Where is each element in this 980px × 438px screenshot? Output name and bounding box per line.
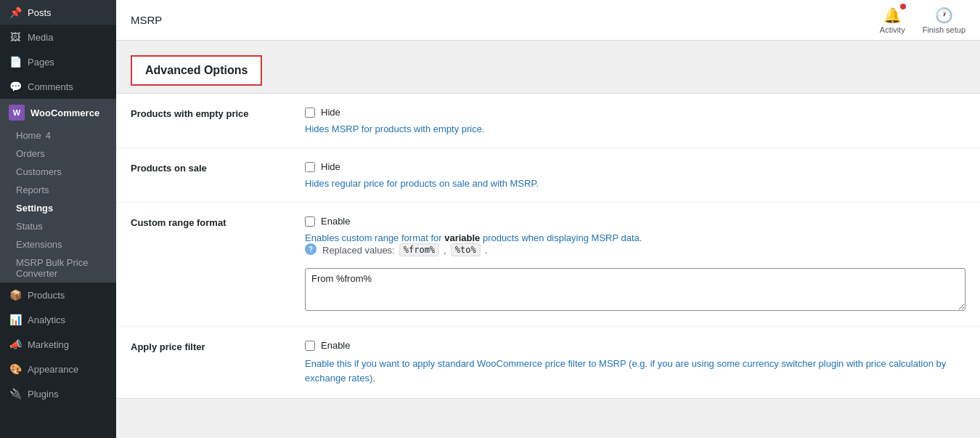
row-apply-price-filter: Apply price filter Enable Enable this if… <box>116 327 980 398</box>
plugins-icon: 🔌 <box>9 387 22 400</box>
question-icon[interactable]: ? <box>305 243 317 255</box>
sidebar-item-reports[interactable]: Reports <box>0 181 116 199</box>
woo-icon: W <box>9 105 25 121</box>
control-custom-range-format: Enable Enables custom range format for v… <box>305 216 965 313</box>
sidebar-item-orders[interactable]: Orders <box>0 145 116 163</box>
checkbox-apply-price-filter[interactable] <box>305 341 315 351</box>
help-text-empty-price: Hides MSRP for products with empty price… <box>305 123 965 134</box>
control-products-empty-price: Hide Hides MSRP for products with empty … <box>305 107 965 134</box>
posts-icon: 📌 <box>9 6 22 19</box>
pages-icon: 📄 <box>9 55 22 68</box>
page-title: MSRP <box>131 14 162 26</box>
main-area: MSRP 🔔 Activity 🕐 Finish setup Advanced … <box>116 0 980 438</box>
activity-badge <box>900 4 906 9</box>
label-products-on-sale: Products on sale <box>131 161 290 174</box>
row-custom-range-format: Custom range format Enable Enables custo… <box>116 203 980 327</box>
row-products-empty-price: Products with empty price Hide Hides MSR… <box>116 94 980 148</box>
comments-icon: 💬 <box>9 80 22 93</box>
finish-setup-button[interactable]: 🕐 Finish setup <box>923 7 965 34</box>
sidebar: 📌 Posts 🖼 Media 📄 Pages 💬 Comments W Woo… <box>0 0 116 438</box>
sidebar-item-analytics[interactable]: 📊 Analytics <box>0 307 116 332</box>
checkbox-label-empty-price[interactable]: Hide <box>321 107 340 118</box>
content-area: Advanced Options Products with empty pri… <box>116 41 980 438</box>
appearance-icon: 🎨 <box>9 362 22 376</box>
label-products-empty-price: Products with empty price <box>131 107 290 119</box>
analytics-icon: 📊 <box>9 313 22 326</box>
row-products-on-sale: Products on sale Hide Hides regular pric… <box>116 148 980 203</box>
activity-icon: 🔔 <box>883 7 902 24</box>
topbar: MSRP 🔔 Activity 🕐 Finish setup <box>116 0 980 41</box>
sidebar-item-status[interactable]: Status <box>0 217 116 235</box>
sidebar-item-products[interactable]: 📦 Products <box>0 283 116 307</box>
checkbox-empty-price[interactable] <box>305 108 315 118</box>
checkbox-label-custom-range[interactable]: Enable <box>321 216 350 227</box>
woocommerce-header[interactable]: W WooCommerce <box>0 99 116 126</box>
sidebar-item-marketing[interactable]: 📣 Marketing <box>0 332 116 357</box>
checkbox-row-custom-range: Enable <box>305 216 965 227</box>
sidebar-item-comments[interactable]: 💬 Comments <box>0 74 116 99</box>
checkbox-row-on-sale: Hide <box>305 161 965 172</box>
sidebar-item-posts[interactable]: 📌 Posts <box>0 0 116 25</box>
checkbox-row-apply-price-filter: Enable <box>305 340 965 351</box>
sidebar-item-pages[interactable]: 📄 Pages <box>0 49 116 74</box>
sidebar-item-customers[interactable]: Customers <box>0 163 116 181</box>
control-apply-price-filter: Enable Enable this if you want to apply … <box>305 340 965 385</box>
sidebar-item-extensions[interactable]: Extensions <box>0 235 116 254</box>
checkbox-label-apply-price-filter[interactable]: Enable <box>321 340 350 351</box>
sidebar-item-home[interactable]: Home 4 <box>0 126 116 145</box>
finish-setup-icon: 🕐 <box>935 7 953 24</box>
checkbox-on-sale[interactable] <box>305 162 315 172</box>
help-text-on-sale: Hides regular price for products on sale… <box>305 178 965 189</box>
checkbox-custom-range[interactable] <box>305 216 315 227</box>
checkbox-label-on-sale[interactable]: Hide <box>321 161 340 172</box>
help-text-apply-price-filter: Enable this if you want to apply standar… <box>305 357 965 385</box>
sidebar-item-msrp-bulk[interactable]: MSRP Bulk Price Converter <box>0 254 116 283</box>
label-apply-price-filter: Apply price filter <box>131 340 290 352</box>
control-products-on-sale: Hide Hides regular price for products on… <box>305 161 965 189</box>
replaced-values-row: Replaced values: %from% , %to% . <box>322 243 487 256</box>
activity-button[interactable]: 🔔 Activity <box>880 7 905 34</box>
topbar-actions: 🔔 Activity 🕐 Finish setup <box>880 7 965 34</box>
section-header: Advanced Options <box>116 41 980 93</box>
products-icon: 📦 <box>9 288 22 301</box>
sidebar-item-media[interactable]: 🖼 Media <box>0 25 116 49</box>
label-custom-range-format: Custom range format <box>131 216 290 228</box>
checkbox-row-empty-price: Hide <box>305 107 965 118</box>
code-tag-from: %from% <box>399 243 439 256</box>
code-tag-to: %to% <box>451 243 481 256</box>
sidebar-item-plugins[interactable]: 🔌 Plugins <box>0 381 116 406</box>
woocommerce-menu: Home 4 Orders Customers Reports Settings… <box>0 126 116 283</box>
custom-range-textarea[interactable] <box>305 268 965 311</box>
media-icon: 🖼 <box>9 31 22 44</box>
advanced-options-title: Advanced Options <box>131 55 262 86</box>
marketing-icon: 📣 <box>9 338 22 351</box>
sidebar-item-appearance[interactable]: 🎨 Appearance <box>0 357 116 381</box>
settings-table: Products with empty price Hide Hides MSR… <box>116 93 980 399</box>
replaced-values-container: ? Replaced values: %from% , %to% . <box>305 243 965 262</box>
help-text-custom-range: Enables custom range format for variable… <box>305 232 965 243</box>
sidebar-item-settings[interactable]: Settings <box>0 199 116 217</box>
